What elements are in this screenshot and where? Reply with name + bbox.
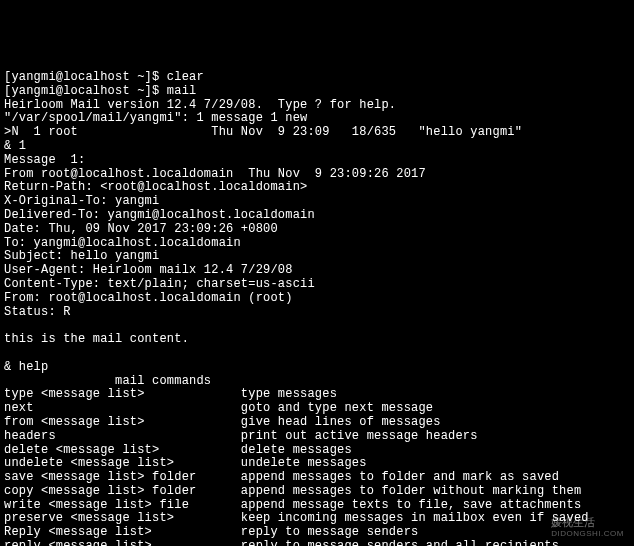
help-commands: type <message list> type messages next g…	[4, 387, 589, 546]
header-subject: Subject: hello yangmi	[4, 249, 159, 263]
header-return-path: Return-Path: <root@localhost.localdomain…	[4, 180, 307, 194]
header-from-field: From: root@localhost.localdomain (root)	[4, 291, 293, 305]
header-from: From root@localhost.localdomain Thu Nov …	[4, 167, 426, 181]
message-header: Message 1:	[4, 153, 85, 167]
watermark-text: 媛视生活	[551, 516, 595, 528]
header-x-original-to: X-Original-To: yangmi	[4, 194, 159, 208]
prompt: [yangmi@localhost ~]$	[4, 70, 167, 84]
mail-banner: Heirloom Mail version 12.4 7/29/08. Type…	[4, 98, 396, 112]
mail-list-row: >N 1 root Thu Nov 9 23:09 18/635 "hello …	[4, 125, 522, 139]
header-status: Status: R	[4, 305, 71, 319]
header-to: To: yangmi@localhost.localdomain	[4, 236, 241, 250]
watermark-subtext: DIDONGSHI.COM	[551, 529, 624, 538]
mail-spool: "/var/spool/mail/yangmi": 1 message 1 ne…	[4, 111, 307, 125]
watermark: 媛视生活 DIDONGSHI.COM	[551, 516, 624, 538]
message-body: this is the mail content.	[4, 332, 189, 346]
command-clear: clear	[167, 70, 204, 84]
prompt: [yangmi@localhost ~]$	[4, 84, 167, 98]
header-content-type: Content-Type: text/plain; charset=us-asc…	[4, 277, 315, 291]
mail-prompt-help: & help	[4, 360, 48, 374]
terminal[interactable]: [yangmi@localhost ~]$ clear [yangmi@loca…	[0, 69, 634, 546]
help-title: mail commands	[4, 374, 211, 388]
command-mail: mail	[167, 84, 197, 98]
header-delivered-to: Delivered-To: yangmi@localhost.localdoma…	[4, 208, 315, 222]
header-user-agent: User-Agent: Heirloom mailx 12.4 7/29/08	[4, 263, 293, 277]
header-date: Date: Thu, 09 Nov 2017 23:09:26 +0800	[4, 222, 278, 236]
mail-prompt-1: & 1	[4, 139, 26, 153]
